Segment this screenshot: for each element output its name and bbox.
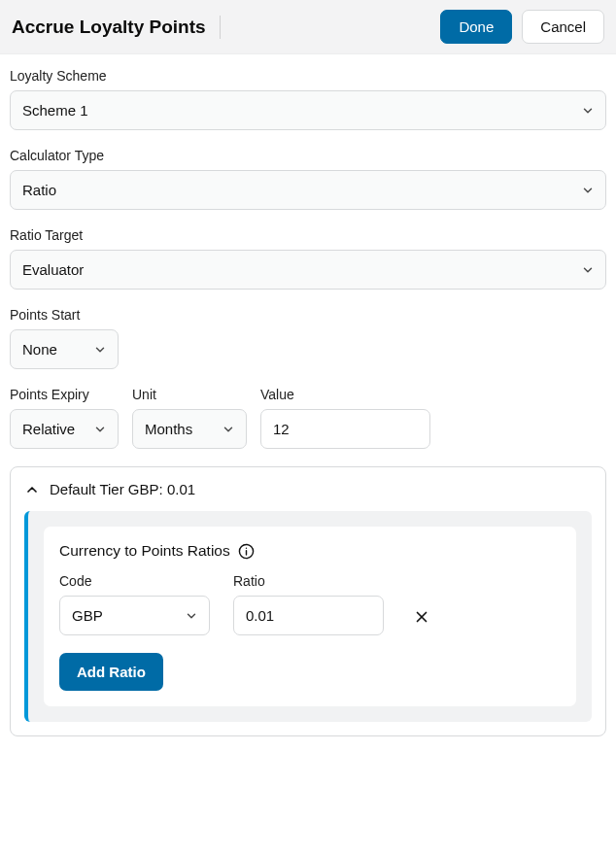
select-value-points-start: None — [10, 329, 119, 369]
tier-accordion-title: Default Tier GBP: 0.01 — [50, 481, 195, 497]
label-points-start: Points Start — [10, 307, 606, 323]
input-value[interactable] — [260, 409, 430, 449]
field-ratio: Ratio — [233, 573, 384, 635]
cancel-button[interactable]: Cancel — [522, 10, 604, 44]
label-unit: Unit — [132, 387, 247, 402]
header-left: Accrue Loyalty Points — [12, 16, 221, 39]
field-points-expiry: Points Expiry Relative — [10, 387, 119, 449]
field-ratio-target: Ratio Target Evaluator — [10, 227, 606, 290]
field-unit: Unit Months — [132, 387, 247, 449]
ratio-row: Code GBP Ratio — [59, 573, 561, 635]
label-calculator-type: Calculator Type — [10, 148, 606, 163]
select-value-loyalty-scheme: Scheme 1 — [10, 90, 606, 130]
label-points-expiry: Points Expiry — [10, 387, 119, 402]
add-ratio-button[interactable]: Add Ratio — [59, 653, 163, 691]
field-calculator-type: Calculator Type Ratio — [10, 148, 606, 210]
input-ratio[interactable] — [233, 596, 384, 635]
field-code: Code GBP — [59, 573, 210, 635]
label-loyalty-scheme: Loyalty Scheme — [10, 68, 606, 84]
select-calculator-type[interactable]: Ratio — [10, 170, 606, 210]
header-divider — [220, 16, 221, 39]
ratio-card-title-row: Currency to Points Ratios — [59, 542, 561, 560]
info-icon[interactable] — [238, 543, 255, 560]
select-points-expiry[interactable]: Relative — [10, 409, 119, 449]
field-points-start: Points Start None — [10, 307, 606, 369]
content: Loyalty Scheme Scheme 1 Calculator Type … — [0, 54, 616, 756]
page-header: Accrue Loyalty Points Done Cancel — [0, 0, 616, 54]
select-unit[interactable]: Months — [132, 409, 247, 449]
tier-accordion: Default Tier GBP: 0.01 Currency to Point… — [10, 466, 606, 736]
field-value: Value — [260, 387, 430, 449]
page-title: Accrue Loyalty Points — [12, 17, 206, 38]
select-code[interactable]: GBP — [59, 596, 210, 635]
remove-ratio-button[interactable] — [407, 598, 436, 635]
ratio-card: Currency to Points Ratios Code GBP — [44, 527, 576, 706]
label-code: Code — [59, 573, 210, 589]
label-ratio: Ratio — [233, 573, 384, 589]
row-points-expiry: Points Expiry Relative Unit Months Value — [10, 387, 606, 449]
label-ratio-target: Ratio Target — [10, 227, 606, 243]
select-ratio-target[interactable]: Evaluator — [10, 250, 606, 290]
select-loyalty-scheme[interactable]: Scheme 1 — [10, 90, 606, 130]
close-icon — [413, 608, 430, 626]
tier-accordion-body: Currency to Points Ratios Code GBP — [11, 511, 605, 735]
done-button[interactable]: Done — [440, 10, 512, 44]
select-value-ratio-target: Evaluator — [10, 250, 606, 290]
tier-panel: Currency to Points Ratios Code GBP — [24, 511, 592, 722]
select-points-start[interactable]: None — [10, 329, 119, 369]
select-value-points-expiry: Relative — [10, 409, 119, 449]
svg-point-2 — [246, 547, 247, 548]
field-loyalty-scheme: Loyalty Scheme Scheme 1 — [10, 68, 606, 130]
header-actions: Done Cancel — [440, 10, 604, 44]
label-value: Value — [260, 387, 430, 402]
chevron-up-icon — [24, 482, 40, 497]
select-value-code: GBP — [59, 596, 210, 635]
select-value-unit: Months — [132, 409, 247, 449]
tier-accordion-header[interactable]: Default Tier GBP: 0.01 — [11, 467, 605, 511]
select-value-calculator-type: Ratio — [10, 170, 606, 210]
ratio-card-title: Currency to Points Ratios — [59, 542, 230, 560]
